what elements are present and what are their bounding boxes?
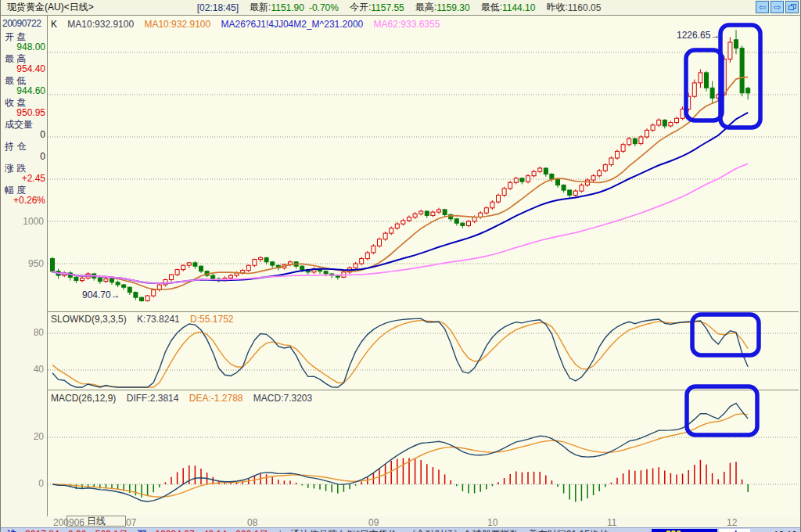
- shanghai-index-change: 0.90: [68, 529, 86, 532]
- sidebar-row-range: 幅 度 +0.26%: [1, 185, 47, 206]
- candle-body: [710, 88, 714, 98]
- candle-body: [116, 282, 120, 285]
- candle-body: [675, 118, 679, 122]
- candle-body: [425, 211, 429, 215]
- month-label: 10: [487, 517, 497, 528]
- open-label: 今开:: [350, 1, 371, 14]
- low-price: 1144.10: [502, 2, 536, 13]
- forward-arrow-button[interactable]: ⇨: [770, 1, 784, 13]
- month-label: 12: [727, 517, 737, 528]
- candle-body: [532, 171, 536, 175]
- cursor-date: 20090722: [1, 16, 47, 31]
- main-axis-tick: 950: [1, 258, 44, 269]
- high-price-annotation: 1226.65→: [677, 30, 720, 41]
- sidebar-row-open: 开 盘 948.00: [1, 32, 47, 52]
- macd-axis-tick: 20: [1, 431, 44, 442]
- news-marquee: 通达信品牌白银*日交货价 《金融财经》全球股票指数：美东时间21:15格林: [290, 529, 609, 532]
- candle-body: [573, 191, 577, 195]
- candle-body: [687, 96, 691, 109]
- main-axis-tick: 1000: [1, 216, 44, 227]
- legend-ma26: MA26?6J1!4JJ04M2_M^231.2000: [221, 19, 364, 30]
- candle-body: [211, 275, 215, 279]
- candle-body: [145, 296, 149, 301]
- candle-body: [175, 270, 179, 275]
- filter-icon[interactable]: ▼↓: [753, 529, 767, 532]
- high-row-value: 954.40: [1, 64, 47, 74]
- candle-body: [229, 275, 233, 278]
- candle-body: [431, 212, 435, 215]
- main-chart-legend: K MA10:932.9100 MA10:932.9100 MA26?6J1!4…: [51, 19, 440, 30]
- candle-body: [562, 185, 566, 191]
- macd-name: MACD(26,12,9): [51, 393, 116, 404]
- candle-body: [651, 125, 655, 131]
- candle-body: [472, 217, 476, 221]
- ma26-line: [52, 113, 748, 283]
- kd-k-line: [52, 318, 748, 387]
- sidebar-row-high: 最 高 954.40: [1, 54, 47, 74]
- time-axis-row: 日线 200906070809101112: [1, 516, 801, 527]
- low-price-annotation: 904.70→: [82, 289, 120, 300]
- candle-body: [253, 260, 257, 266]
- back-arrow-button[interactable]: ⇦: [756, 1, 769, 13]
- candle-body: [134, 293, 138, 298]
- shenzhen-index-amount: 200.1亿: [235, 529, 268, 532]
- prev-close-label: 昨收:: [546, 1, 567, 14]
- candle-body: [408, 217, 411, 221]
- candle-body: [163, 280, 167, 286]
- candle-body: [383, 233, 387, 239]
- macd-diff-value: DIFF:2.3814: [127, 393, 179, 404]
- legend-ma62: MA62:933.6355: [374, 19, 440, 30]
- candle-body: [568, 190, 572, 196]
- low-row-value: 944.60: [1, 86, 47, 96]
- candle-body: [51, 259, 55, 271]
- instrument-title: 现货黄金(AU)<日线>: [7, 1, 94, 14]
- candle-body: [390, 228, 393, 234]
- legend-ma10: MA10:932.9100: [144, 19, 210, 30]
- macd-legend: MACD(26,12,9) DIFF:2.3814 DEA:-1.2788 MA…: [51, 393, 320, 404]
- kd-axis-tick: 40: [1, 364, 44, 375]
- candle-body: [514, 178, 518, 182]
- candle-body: [621, 145, 625, 152]
- candle-body: [663, 120, 666, 126]
- month-label: 07: [126, 517, 136, 528]
- shenzhen-index-value: 13034.07: [156, 529, 195, 532]
- candle-body: [401, 221, 405, 224]
- window-buttons: ⇦ ⇨: [756, 1, 799, 13]
- macd-macd-value: MACD:7.3203: [253, 393, 312, 404]
- candle-body: [484, 208, 488, 214]
- shenzhen-index-change: 40.14: [203, 529, 227, 532]
- candle-body: [627, 138, 631, 145]
- low-label: 最低:: [481, 1, 502, 14]
- open-price: 1157.55: [371, 2, 404, 13]
- candle-body: [324, 271, 328, 274]
- open-row-value: 948.00: [1, 42, 47, 52]
- candle-body: [692, 83, 696, 96]
- month-label: 200906: [53, 517, 84, 528]
- slowkd-k-value: K:73.8241: [137, 314, 180, 325]
- candle-body: [633, 138, 637, 144]
- candle-body: [199, 266, 203, 271]
- main-candlestick-chart[interactable]: [48, 16, 799, 312]
- month-label: 09: [368, 517, 379, 528]
- position-row-value: 0: [1, 152, 47, 162]
- candle-body: [378, 239, 382, 246]
- month-label: 08: [247, 517, 257, 528]
- shanghai-index-label: 沪: [7, 529, 16, 532]
- candle-body: [502, 189, 506, 196]
- last-price: 1151.90: [271, 2, 304, 13]
- candle-body: [705, 73, 709, 88]
- sidebar-row-low: 最 低 944.60: [1, 76, 47, 96]
- shanghai-index-value: 3317.84: [25, 529, 59, 532]
- macd-indicator-chart[interactable]: [48, 390, 799, 517]
- restore-window-button[interactable]: [785, 1, 799, 13]
- candle-body: [467, 221, 471, 225]
- candle-body: [526, 176, 530, 182]
- candle-body: [699, 73, 702, 83]
- candle-body: [556, 179, 560, 185]
- volume-row-value: 0: [1, 130, 47, 140]
- clock-time: 19:10: [774, 529, 797, 532]
- close-row-value: 950.95: [1, 108, 47, 118]
- candle-body: [717, 95, 720, 98]
- sidebar-row-volume: 成交量 0: [1, 120, 47, 140]
- pobo-brand-logo: pobo: [719, 529, 750, 532]
